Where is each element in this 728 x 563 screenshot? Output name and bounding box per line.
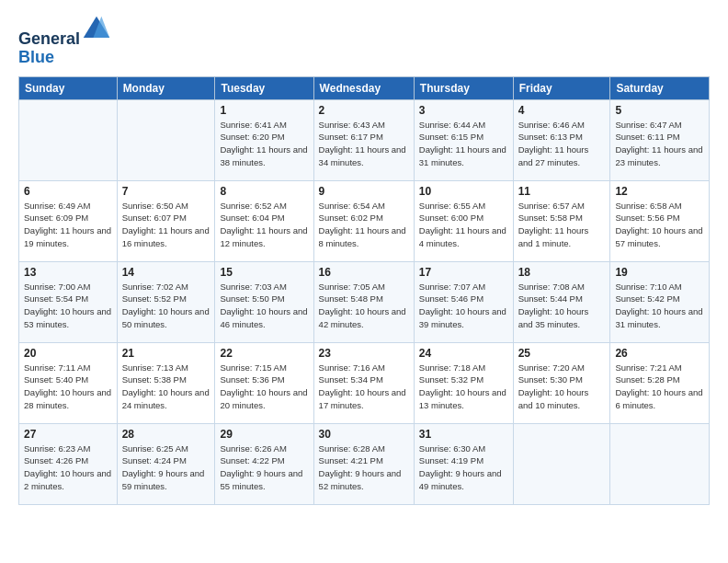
day-number: 6 — [24, 185, 112, 198]
calendar-week-3: 13Sunrise: 7:00 AM Sunset: 5:54 PM Dayli… — [19, 261, 710, 342]
day-number: 27 — [24, 428, 112, 441]
day-number: 4 — [518, 104, 606, 117]
day-number: 9 — [319, 185, 409, 198]
day-info: Sunrise: 6:52 AM Sunset: 6:04 PM Dayligh… — [220, 200, 308, 250]
day-info: Sunrise: 6:46 AM Sunset: 6:13 PM Dayligh… — [518, 119, 606, 169]
calendar-cell: 24Sunrise: 7:18 AM Sunset: 5:32 PM Dayli… — [414, 342, 513, 423]
day-number: 18 — [518, 266, 606, 279]
day-info: Sunrise: 6:41 AM Sunset: 6:20 PM Dayligh… — [220, 119, 308, 169]
calendar-cell: 30Sunrise: 6:28 AM Sunset: 4:21 PM Dayli… — [313, 423, 414, 504]
day-info: Sunrise: 7:02 AM Sunset: 5:52 PM Dayligh… — [122, 281, 210, 331]
day-info: Sunrise: 7:03 AM Sunset: 5:50 PM Dayligh… — [220, 281, 308, 331]
calendar-cell: 16Sunrise: 7:05 AM Sunset: 5:48 PM Dayli… — [313, 261, 414, 342]
day-info: Sunrise: 6:55 AM Sunset: 6:00 PM Dayligh… — [419, 200, 508, 250]
calendar-cell: 20Sunrise: 7:11 AM Sunset: 5:40 PM Dayli… — [19, 342, 118, 423]
weekday-row: SundayMondayTuesdayWednesdayThursdayFrid… — [19, 76, 710, 99]
calendar-cell: 17Sunrise: 7:07 AM Sunset: 5:46 PM Dayli… — [414, 261, 513, 342]
calendar-week-1: 1Sunrise: 6:41 AM Sunset: 6:20 PM Daylig… — [19, 99, 710, 180]
calendar-week-4: 20Sunrise: 7:11 AM Sunset: 5:40 PM Dayli… — [19, 342, 710, 423]
day-number: 31 — [419, 428, 508, 441]
logo-icon — [82, 15, 111, 44]
calendar-cell: 31Sunrise: 6:30 AM Sunset: 4:19 PM Dayli… — [414, 423, 513, 504]
day-number: 7 — [122, 185, 210, 198]
day-number: 15 — [220, 266, 308, 279]
day-number: 22 — [220, 347, 308, 360]
logo-text: General — [18, 15, 111, 49]
calendar-page: General Blue SundayMondayTuesdayWednesda… — [0, 0, 728, 520]
day-info: Sunrise: 6:57 AM Sunset: 5:58 PM Dayligh… — [518, 200, 606, 250]
calendar-cell: 18Sunrise: 7:08 AM Sunset: 5:44 PM Dayli… — [513, 261, 610, 342]
calendar-cell: 19Sunrise: 7:10 AM Sunset: 5:42 PM Dayli… — [610, 261, 710, 342]
weekday-header-wednesday: Wednesday — [313, 76, 414, 99]
day-info: Sunrise: 7:00 AM Sunset: 5:54 PM Dayligh… — [24, 281, 112, 331]
logo-area: General Blue — [18, 15, 111, 67]
calendar-week-5: 27Sunrise: 6:23 AM Sunset: 4:26 PM Dayli… — [19, 423, 710, 504]
calendar-cell — [513, 423, 610, 504]
calendar-header: SundayMondayTuesdayWednesdayThursdayFrid… — [19, 76, 710, 99]
calendar-cell: 14Sunrise: 7:02 AM Sunset: 5:52 PM Dayli… — [117, 261, 215, 342]
calendar-cell: 10Sunrise: 6:55 AM Sunset: 6:00 PM Dayli… — [414, 180, 513, 261]
calendar-cell: 23Sunrise: 7:16 AM Sunset: 5:34 PM Dayli… — [313, 342, 414, 423]
day-number: 14 — [122, 266, 210, 279]
day-number: 20 — [24, 347, 112, 360]
day-info: Sunrise: 6:50 AM Sunset: 6:07 PM Dayligh… — [122, 200, 210, 250]
day-info: Sunrise: 7:16 AM Sunset: 5:34 PM Dayligh… — [319, 362, 409, 412]
calendar-cell: 8Sunrise: 6:52 AM Sunset: 6:04 PM Daylig… — [215, 180, 313, 261]
header: General Blue — [18, 15, 710, 67]
day-number: 21 — [122, 347, 210, 360]
day-info: Sunrise: 7:07 AM Sunset: 5:46 PM Dayligh… — [419, 281, 508, 331]
day-number: 26 — [615, 347, 704, 360]
day-number: 28 — [122, 428, 210, 441]
calendar-cell: 28Sunrise: 6:25 AM Sunset: 4:24 PM Dayli… — [117, 423, 215, 504]
calendar-cell: 15Sunrise: 7:03 AM Sunset: 5:50 PM Dayli… — [215, 261, 313, 342]
calendar-cell: 13Sunrise: 7:00 AM Sunset: 5:54 PM Dayli… — [19, 261, 118, 342]
day-number: 17 — [419, 266, 508, 279]
calendar-week-2: 6Sunrise: 6:49 AM Sunset: 6:09 PM Daylig… — [19, 180, 710, 261]
calendar-cell: 11Sunrise: 6:57 AM Sunset: 5:58 PM Dayli… — [513, 180, 610, 261]
calendar-cell: 3Sunrise: 6:44 AM Sunset: 6:15 PM Daylig… — [414, 99, 513, 180]
calendar-cell: 7Sunrise: 6:50 AM Sunset: 6:07 PM Daylig… — [117, 180, 215, 261]
calendar-cell — [19, 99, 118, 180]
day-number: 2 — [319, 104, 409, 117]
day-number: 25 — [518, 347, 606, 360]
day-info: Sunrise: 6:49 AM Sunset: 6:09 PM Dayligh… — [24, 200, 112, 250]
day-info: Sunrise: 6:23 AM Sunset: 4:26 PM Dayligh… — [24, 442, 112, 493]
calendar-cell: 9Sunrise: 6:54 AM Sunset: 6:02 PM Daylig… — [313, 180, 414, 261]
day-number: 8 — [220, 185, 308, 198]
day-info: Sunrise: 7:08 AM Sunset: 5:44 PM Dayligh… — [518, 281, 606, 331]
day-info: Sunrise: 6:25 AM Sunset: 4:24 PM Dayligh… — [122, 442, 210, 493]
day-info: Sunrise: 7:05 AM Sunset: 5:48 PM Dayligh… — [319, 281, 409, 331]
day-info: Sunrise: 7:18 AM Sunset: 5:32 PM Dayligh… — [419, 362, 508, 412]
day-info: Sunrise: 6:28 AM Sunset: 4:21 PM Dayligh… — [319, 442, 409, 493]
day-number: 19 — [615, 266, 704, 279]
day-info: Sunrise: 6:43 AM Sunset: 6:17 PM Dayligh… — [319, 119, 409, 169]
day-number: 16 — [319, 266, 409, 279]
calendar-cell: 29Sunrise: 6:26 AM Sunset: 4:22 PM Dayli… — [215, 423, 313, 504]
calendar-cell: 25Sunrise: 7:20 AM Sunset: 5:30 PM Dayli… — [513, 342, 610, 423]
logo-general: General — [18, 29, 80, 48]
calendar-cell: 4Sunrise: 6:46 AM Sunset: 6:13 PM Daylig… — [513, 99, 610, 180]
day-info: Sunrise: 7:20 AM Sunset: 5:30 PM Dayligh… — [518, 362, 606, 412]
weekday-header-thursday: Thursday — [414, 76, 513, 99]
day-number: 10 — [419, 185, 508, 198]
calendar-cell: 2Sunrise: 6:43 AM Sunset: 6:17 PM Daylig… — [313, 99, 414, 180]
calendar-cell: 21Sunrise: 7:13 AM Sunset: 5:38 PM Dayli… — [117, 342, 215, 423]
day-info: Sunrise: 7:13 AM Sunset: 5:38 PM Dayligh… — [122, 362, 210, 412]
day-info: Sunrise: 7:15 AM Sunset: 5:36 PM Dayligh… — [220, 362, 308, 412]
calendar-cell: 1Sunrise: 6:41 AM Sunset: 6:20 PM Daylig… — [215, 99, 313, 180]
calendar-cell: 27Sunrise: 6:23 AM Sunset: 4:26 PM Dayli… — [19, 423, 118, 504]
day-info: Sunrise: 7:10 AM Sunset: 5:42 PM Dayligh… — [615, 281, 704, 331]
day-info: Sunrise: 6:47 AM Sunset: 6:11 PM Dayligh… — [615, 119, 704, 169]
calendar-body: 1Sunrise: 6:41 AM Sunset: 6:20 PM Daylig… — [19, 99, 710, 504]
calendar-cell — [610, 423, 710, 504]
day-number: 5 — [615, 104, 704, 117]
logo-blue: Blue — [18, 49, 111, 67]
calendar-table: SundayMondayTuesdayWednesdayThursdayFrid… — [18, 76, 710, 505]
day-info: Sunrise: 6:26 AM Sunset: 4:22 PM Dayligh… — [220, 442, 308, 493]
day-number: 30 — [319, 428, 409, 441]
day-number: 12 — [615, 185, 704, 198]
day-number: 24 — [419, 347, 508, 360]
weekday-header-sunday: Sunday — [19, 76, 118, 99]
calendar-cell: 26Sunrise: 7:21 AM Sunset: 5:28 PM Dayli… — [610, 342, 710, 423]
calendar-cell: 6Sunrise: 6:49 AM Sunset: 6:09 PM Daylig… — [19, 180, 118, 261]
